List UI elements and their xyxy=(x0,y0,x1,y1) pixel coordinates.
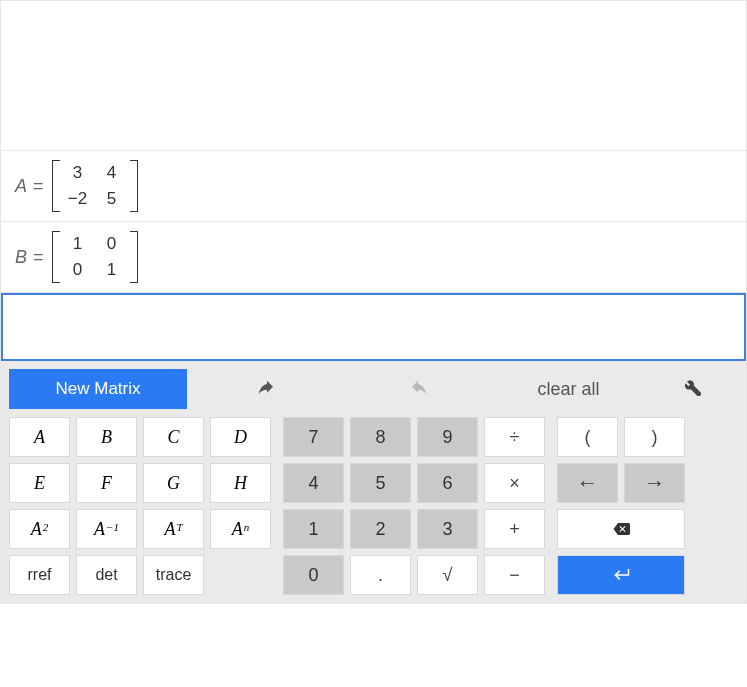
key-enter[interactable] xyxy=(557,555,685,595)
key-a-squared[interactable]: A2 xyxy=(9,509,70,549)
key-paren-open[interactable]: ( xyxy=(557,417,618,457)
key-b[interactable]: B xyxy=(76,417,137,457)
key-arrow-left[interactable]: ← xyxy=(557,463,618,503)
redo-button xyxy=(346,369,489,409)
key-3[interactable]: 3 xyxy=(417,509,478,549)
key-7[interactable]: 7 xyxy=(283,417,344,457)
letter-block: A B C D E F G H A2 A−1 AT An rref det tr… xyxy=(9,417,271,595)
key-a-power-n[interactable]: An xyxy=(210,509,271,549)
equals-sign: = xyxy=(33,176,44,197)
undo-icon xyxy=(258,380,276,398)
key-a-inverse[interactable]: A−1 xyxy=(76,509,137,549)
matrix-row-a[interactable]: A = 3 4 −2 5 xyxy=(1,151,746,222)
key-5[interactable]: 5 xyxy=(350,463,411,503)
calculator-container: A = 3 4 −2 5 B = 1 xyxy=(0,0,747,604)
enter-icon xyxy=(608,566,634,584)
key-8[interactable]: 8 xyxy=(350,417,411,457)
key-h[interactable]: H xyxy=(210,463,271,503)
equals-sign: = xyxy=(33,247,44,268)
key-2[interactable]: 2 xyxy=(350,509,411,549)
key-9[interactable]: 9 xyxy=(417,417,478,457)
matrix-name: A xyxy=(15,176,27,197)
key-subtract[interactable]: − xyxy=(484,555,545,595)
undo-button[interactable] xyxy=(195,369,338,409)
redo-icon xyxy=(409,380,427,398)
matrix-row-b[interactable]: B = 1 0 0 1 xyxy=(1,222,746,293)
wrench-icon xyxy=(684,378,702,396)
key-1[interactable]: 1 xyxy=(283,509,344,549)
key-dot[interactable]: . xyxy=(350,555,411,595)
matrix-b: 1 0 0 1 xyxy=(52,230,138,284)
key-e[interactable]: E xyxy=(9,463,70,503)
key-multiply[interactable]: × xyxy=(484,463,545,503)
keys-row: A B C D E F G H A2 A−1 AT An rref det tr… xyxy=(9,417,738,595)
key-c[interactable]: C xyxy=(143,417,204,457)
nav-block: ( ) ← → xyxy=(557,417,685,595)
key-trace[interactable]: trace xyxy=(143,555,204,595)
toolbar: New Matrix clear all xyxy=(9,369,738,409)
key-arrow-right[interactable]: → xyxy=(624,463,685,503)
keypad: New Matrix clear all A B C D E F G H xyxy=(1,361,746,603)
new-matrix-button[interactable]: New Matrix xyxy=(9,369,187,409)
matrix-a: 3 4 −2 5 xyxy=(52,159,138,213)
clear-all-button[interactable]: clear all xyxy=(497,379,640,400)
key-rref[interactable]: rref xyxy=(9,555,70,595)
key-d[interactable]: D xyxy=(210,417,271,457)
key-paren-close[interactable]: ) xyxy=(624,417,685,457)
expression-input[interactable] xyxy=(1,293,746,361)
key-divide[interactable]: ÷ xyxy=(484,417,545,457)
backspace-icon xyxy=(612,520,630,538)
key-a-transpose[interactable]: AT xyxy=(143,509,204,549)
key-det[interactable]: det xyxy=(76,555,137,595)
key-0[interactable]: 0 xyxy=(283,555,344,595)
key-4[interactable]: 4 xyxy=(283,463,344,503)
output-area xyxy=(1,1,746,151)
key-g[interactable]: G xyxy=(143,463,204,503)
number-block: 7 8 9 ÷ 4 5 6 × 1 2 3 + 0 . √ − xyxy=(283,417,545,595)
key-sqrt[interactable]: √ xyxy=(417,555,478,595)
key-backspace[interactable] xyxy=(557,509,685,549)
key-a[interactable]: A xyxy=(9,417,70,457)
key-add[interactable]: + xyxy=(484,509,545,549)
matrix-name: B xyxy=(15,247,27,268)
key-6[interactable]: 6 xyxy=(417,463,478,503)
key-f[interactable]: F xyxy=(76,463,137,503)
settings-button[interactable] xyxy=(648,378,738,400)
